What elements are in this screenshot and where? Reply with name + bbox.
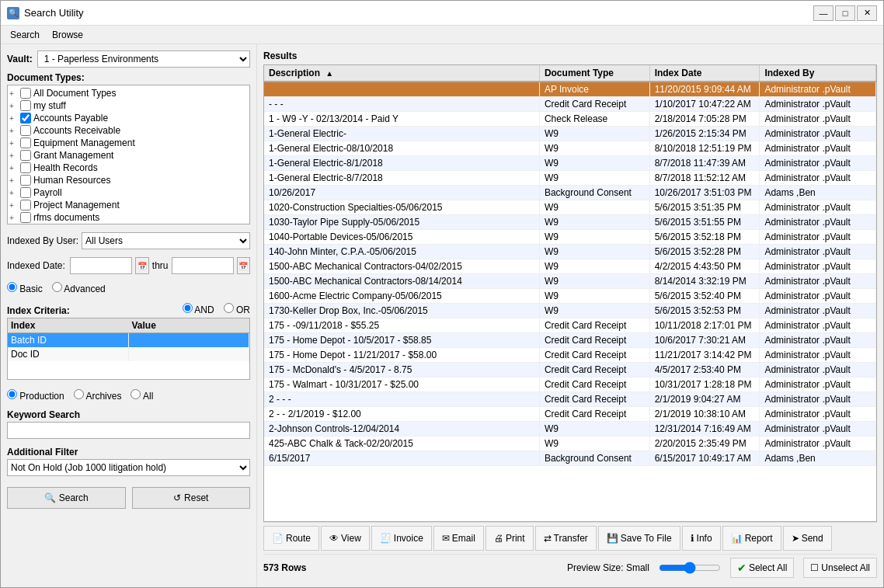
date-thru-input[interactable] (172, 257, 234, 274)
table-row[interactable]: 425-ABC Chalk & Tack-02/20/2015 W9 2/20/… (264, 437, 876, 451)
table-row[interactable]: 1500-ABC Mechanical Contractors-04/02/20… (264, 259, 876, 274)
checkbox-ar[interactable] (20, 125, 31, 136)
route-button[interactable]: 📄 Route (263, 526, 319, 551)
radio-and-label[interactable]: AND (183, 303, 214, 315)
doc-types-box[interactable]: + All Document Types + my stuff + Accoun… (7, 85, 250, 224)
index-row-batchid[interactable]: Batch ID (8, 333, 249, 347)
date-from-picker[interactable]: 📅 (135, 257, 148, 274)
radio-or-label[interactable]: OR (224, 303, 250, 315)
radio-and[interactable] (183, 303, 193, 313)
table-row[interactable]: 1 - W9 -Y - 02/13/2014 - Paid Y Check Re… (264, 112, 876, 127)
col-header-description[interactable]: Description ▲ (264, 65, 539, 82)
vault-select[interactable]: 1 - Paperless Environments (37, 50, 250, 68)
select-all-button[interactable]: ✔ Select All (730, 558, 794, 578)
menu-search[interactable]: Search (4, 28, 46, 42)
checkbox-pm[interactable] (20, 200, 31, 210)
radio-production-label[interactable]: Production (7, 389, 64, 402)
radio-or[interactable] (224, 303, 234, 313)
view-button[interactable]: 👁 View (321, 526, 370, 551)
save-to-file-button[interactable]: 💾 Save To File (598, 526, 680, 551)
table-row[interactable]: 2 - - - Credit Card Receipt 2/1/2019 9:0… (264, 392, 876, 407)
maximize-button[interactable]: □ (835, 5, 855, 21)
col-header-indexedby[interactable]: Indexed By (760, 65, 876, 82)
table-row[interactable]: 1-General Electric-8/7/2018 W9 8/7/2018 … (264, 171, 876, 186)
reset-button[interactable]: ↺ Reset (132, 487, 251, 509)
email-button[interactable]: ✉ Email (433, 526, 484, 551)
checkbox-mystuff[interactable] (20, 100, 31, 111)
date-from-input[interactable] (70, 257, 132, 274)
table-row[interactable]: - - - Credit Card Receipt 1/10/2017 10:4… (264, 97, 876, 112)
tree-item-health[interactable]: + Health Records (9, 162, 248, 174)
index-row-docid[interactable]: Doc ID (8, 347, 249, 361)
checkbox-eq[interactable] (20, 137, 31, 148)
addl-filter-select[interactable]: Not On Hold (Job 1000 litigation hold) (7, 459, 250, 476)
menu-browse[interactable]: Browse (46, 28, 89, 42)
table-row[interactable]: 6/15/2017 Background Consent 6/15/2017 1… (264, 451, 876, 466)
table-row[interactable]: 175 - McDonald's - 4/5/2017 - 8.75 Credi… (264, 363, 876, 378)
col-header-indexdate[interactable]: Index Date (649, 65, 760, 82)
table-row[interactable]: 140-John Minter, C.P.A.-05/06/2015 W9 5/… (264, 245, 876, 259)
search-button[interactable]: 🔍 Search (7, 487, 126, 509)
tree-item-all[interactable]: + All Document Types (9, 87, 248, 99)
date-thru-picker[interactable]: 📅 (237, 257, 250, 274)
index-grid[interactable]: Index Value Batch ID Doc ID (7, 318, 250, 380)
table-row[interactable]: 10/26/2017 Background Consent 10/26/2017… (264, 186, 876, 200)
checkbox-payroll[interactable] (20, 187, 31, 198)
checkbox-all[interactable] (20, 88, 31, 99)
tree-item-pm[interactable]: + Project Management (9, 199, 248, 211)
radio-production[interactable] (7, 389, 17, 399)
invoice-button[interactable]: 🧾 Invoice (371, 526, 432, 551)
minimize-button[interactable]: — (813, 5, 834, 21)
tree-item-eq[interactable]: + Equipment Management (9, 137, 248, 149)
table-row[interactable]: 1030-Taylor Pipe Supply-05/06/2015 W9 5/… (264, 215, 876, 230)
radio-advanced[interactable] (52, 282, 62, 292)
report-button[interactable]: 📊 Report (722, 526, 781, 551)
col-header-doctype[interactable]: Document Type (539, 65, 649, 82)
transfer-button[interactable]: ⇄ Transfer (535, 526, 597, 551)
checkbox-rfms[interactable] (20, 212, 31, 223)
table-row[interactable]: 175 - Home Depot - 11/21/2017 - $58.00 C… (264, 348, 876, 363)
table-row[interactable]: 1-General Electric- W9 1/26/2015 2:15:34… (264, 127, 876, 141)
table-row[interactable]: 1500-ABC Mechanical Contractors-08/14/20… (264, 274, 876, 289)
radio-all[interactable] (131, 389, 141, 399)
radio-basic[interactable] (7, 282, 17, 292)
tree-item-ar[interactable]: + Accounts Receivable (9, 124, 248, 137)
cell-indexedby: Administrator .pVault (760, 304, 876, 318)
table-row[interactable]: 2 - - 2/1/2019 - $12.00 Credit Card Rece… (264, 407, 876, 422)
unselect-all-button[interactable]: ☐ Unselect All (803, 558, 877, 578)
print-button[interactable]: 🖨 Print (486, 526, 534, 551)
radio-all-label[interactable]: All (131, 389, 153, 402)
close-button[interactable]: ✕ (857, 5, 877, 21)
info-button[interactable]: ℹ Info (682, 526, 721, 551)
table-row[interactable]: 1600-Acme Electric Company-05/06/2015 W9… (264, 289, 876, 304)
radio-basic-label[interactable]: Basic (7, 282, 43, 294)
radio-archives[interactable] (74, 389, 84, 399)
checkbox-ap[interactable] (20, 113, 31, 124)
results-table-container[interactable]: Description ▲ Document Type Index Date I… (263, 64, 877, 522)
tree-item-gm[interactable]: + Grant Management (9, 149, 248, 162)
radio-archives-label[interactable]: Archives (74, 389, 122, 402)
send-button[interactable]: ➤ Send (783, 526, 832, 551)
keyword-input[interactable] (7, 422, 250, 439)
checkbox-gm[interactable] (20, 150, 31, 161)
indexed-by-select[interactable]: All Users (82, 232, 250, 249)
table-row[interactable]: 1040-Portable Devices-05/06/2015 W9 5/6/… (264, 230, 876, 245)
table-row[interactable]: 175 - Home Depot - 10/5/2017 - $58.85 Cr… (264, 333, 876, 348)
tree-item-mystuff[interactable]: + my stuff (9, 99, 248, 112)
table-row[interactable]: 175 - -09/11/2018 - $55.25 Credit Card R… (264, 318, 876, 333)
table-row[interactable]: 2-Johnson Controls-12/04/2014 W9 12/31/2… (264, 422, 876, 437)
tree-item-rfms[interactable]: + rfms documents (9, 211, 248, 224)
table-row[interactable]: AP Invoice 11/20/2015 9:09:44 AM Adminis… (264, 82, 876, 97)
table-row[interactable]: 175 - Walmart - 10/31/2017 - $25.00 Cred… (264, 378, 876, 392)
table-row[interactable]: 1-General Electric-8/1/2018 W9 8/7/2018 … (264, 156, 876, 171)
table-row[interactable]: 1730-Keller Drop Box, Inc.-05/06/2015 W9… (264, 304, 876, 318)
checkbox-health[interactable] (20, 162, 31, 173)
preview-slider[interactable] (659, 562, 721, 574)
tree-item-payroll[interactable]: + Payroll (9, 186, 248, 199)
table-row[interactable]: 1020-Construction Specialties-05/06/2015… (264, 200, 876, 215)
checkbox-human[interactable] (20, 175, 31, 186)
tree-item-human[interactable]: + Human Resources (9, 174, 248, 186)
tree-item-ap[interactable]: + Accounts Payable (9, 112, 248, 124)
table-row[interactable]: 1-General Electric-08/10/2018 W9 8/10/20… (264, 141, 876, 156)
radio-advanced-label[interactable]: Advanced (52, 282, 106, 294)
